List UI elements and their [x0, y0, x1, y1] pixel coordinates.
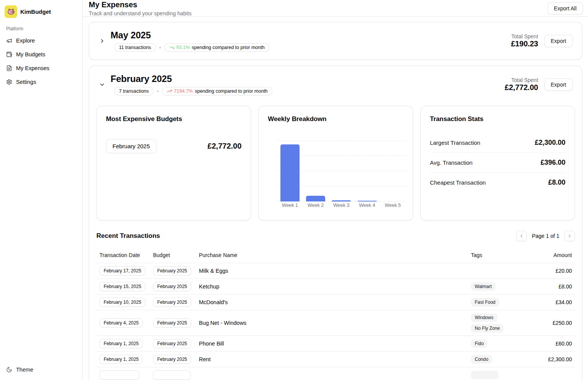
main-area: My Expenses Track and understand your sp…: [83, 0, 588, 380]
piggy-bank-logo-icon: [5, 5, 17, 18]
date-badge[interactable]: February 10, 2025: [99, 298, 145, 307]
transactions-count-badge: 7 transactions: [114, 87, 153, 95]
cell-transaction-date: February 15, 2025: [96, 278, 150, 294]
table-row: February 15, 2025February 2025KetchupWal…: [96, 278, 575, 294]
cell-purchase-name: Rent: [196, 351, 468, 367]
cell-purchase-name: [196, 367, 468, 380]
cell-tags: Condo: [468, 351, 535, 367]
prev-page-button[interactable]: [516, 231, 527, 241]
megaphone-icon: [6, 38, 12, 44]
cell-purchase-name: Milk & Eggs: [196, 263, 468, 278]
bar-week-2: [306, 196, 325, 201]
next-page-button[interactable]: [564, 231, 575, 241]
brand[interactable]: KimBudget: [3, 3, 79, 20]
cell-transaction-date: February 1, 2025: [96, 336, 150, 351]
cell-purchase-name: McDonald's: [196, 294, 468, 310]
cell-transaction-date: February 17, 2025: [96, 263, 150, 278]
card-title: Weekly Breakdown: [268, 115, 403, 123]
budget-badge[interactable]: February 2025: [153, 355, 191, 364]
tags-group: WindowsNo Fly Zone: [471, 313, 532, 332]
budget-badge[interactable]: February 2025: [153, 266, 191, 275]
theme-toggle[interactable]: Theme: [3, 363, 80, 376]
export-may-button[interactable]: Export: [544, 35, 573, 47]
trend-text: spending compared to prior month: [195, 88, 267, 94]
transactions-count-badge: 11 transactions: [114, 43, 156, 52]
export-february-button[interactable]: Export: [544, 79, 573, 91]
cell-purchase-name: Bug Net - Windows: [196, 310, 468, 336]
budget-badge[interactable]: February 2025: [153, 282, 191, 291]
settings-icon: [6, 79, 12, 85]
sidebar-item-explore[interactable]: Explore: [3, 34, 79, 47]
cell-tags: [468, 263, 535, 278]
transaction-stats-card: Transaction Stats Largest Transaction£2,…: [420, 106, 575, 221]
budget-badge[interactable]: February 2025: [153, 339, 191, 348]
month-title: February 2025: [111, 74, 272, 84]
date-badge[interactable]: February 17, 2025: [99, 266, 145, 275]
app-root: KimBudget Platform ExploreMy BudgetsMy E…: [0, 0, 588, 380]
table-row: February 1, 2025February 2025Phone BillF…: [96, 336, 575, 351]
wallet-icon: [6, 51, 12, 57]
bar-slot-week-3: [329, 141, 354, 201]
budget-badge[interactable]: February 2025: [153, 298, 191, 307]
export-all-button[interactable]: Export All: [547, 2, 583, 15]
date-badge[interactable]: [99, 370, 139, 380]
sidebar-item-my-budgets[interactable]: My Budgets: [3, 48, 79, 61]
stat-value: £2,300.00: [535, 139, 565, 147]
col-header-purchase-name: Purchase Name: [196, 247, 468, 263]
cell-budget: February 2025: [150, 294, 196, 310]
sidebar-item-my-expenses[interactable]: My Expenses: [3, 62, 79, 74]
stat-row-avg-transaction: Avg. Transaction£396.00: [430, 152, 565, 172]
tags-group: [471, 371, 532, 379]
budget-badge[interactable]: February 2025: [153, 318, 191, 328]
x-axis-label: Week 4: [354, 203, 380, 208]
stat-label: Cheapest Transaction: [430, 179, 486, 186]
budget-amount-row: February 2025 £2,772.00: [106, 139, 241, 153]
total-spent-label: Total Spent: [511, 33, 538, 39]
sidebar-item-label: My Expenses: [16, 65, 49, 71]
bar-slot-week-1: [277, 141, 303, 201]
trending-down-icon: [169, 45, 174, 50]
tag-badge: Windows: [471, 313, 497, 322]
expand-may-button[interactable]: [98, 37, 106, 45]
total-spent-label: Total Spent: [505, 77, 538, 83]
cell-transaction-date: [96, 367, 150, 380]
budget-pill-button[interactable]: February 2025: [106, 139, 156, 153]
cell-budget: February 2025: [150, 278, 196, 294]
sidebar-item-settings[interactable]: Settings: [3, 76, 79, 88]
cell-budget: [150, 367, 196, 380]
budget-badge[interactable]: [153, 370, 191, 380]
cell-budget: February 2025: [150, 351, 196, 367]
cell-transaction-date: February 4, 2025: [96, 310, 150, 336]
card-title: Transaction Stats: [430, 115, 565, 123]
page-title: My Expenses: [89, 0, 192, 10]
tag-badge: [471, 371, 498, 379]
tag-badge: No Fly Zone: [471, 324, 503, 332]
date-badge[interactable]: February 4, 2025: [99, 318, 143, 328]
sidebar-nav: ExploreMy BudgetsMy ExpensesSettings: [3, 34, 79, 88]
table-row: February 17, 2025February 2025Milk & Egg…: [96, 263, 575, 278]
month-summary-cards: Most Expensive Budgets February 2025 £2,…: [89, 106, 582, 221]
sidebar: KimBudget Platform ExploreMy BudgetsMy E…: [0, 0, 83, 380]
collapse-february-button[interactable]: [98, 81, 106, 88]
col-header-budget: Budget: [150, 247, 196, 263]
weekly-bar-chart: [277, 141, 406, 201]
cell-transaction-date: February 1, 2025: [96, 351, 150, 367]
date-badge[interactable]: February 15, 2025: [99, 282, 145, 291]
cell-tags: Walmart: [468, 278, 535, 294]
date-badge[interactable]: February 1, 2025: [99, 355, 143, 364]
date-badge[interactable]: February 1, 2025: [99, 339, 143, 348]
chart-x-axis-labels: Week 1Week 2Week 3Week 4Week 5: [277, 203, 406, 208]
section-title: Recent Transactions: [96, 232, 160, 240]
cell-amount: £8.00: [535, 278, 575, 294]
weekly-breakdown-card: Weekly Breakdown Week 1Week 2Week 3Week …: [258, 106, 413, 221]
bar-week-4: [358, 201, 377, 201]
trend-badge: 93.1% spending compared to prior month: [165, 43, 269, 52]
cell-amount: £20.00: [535, 263, 575, 278]
bar-slot-week-5: [380, 141, 406, 201]
chart-bars: [277, 141, 406, 201]
x-axis-label: Week 5: [380, 203, 406, 208]
page-subtitle: Track and understand your spending habit…: [89, 10, 192, 16]
month-title: May 2025: [111, 30, 269, 41]
trend-percent: 7194.7%: [174, 88, 193, 94]
cell-amount: £60.00: [535, 336, 575, 351]
